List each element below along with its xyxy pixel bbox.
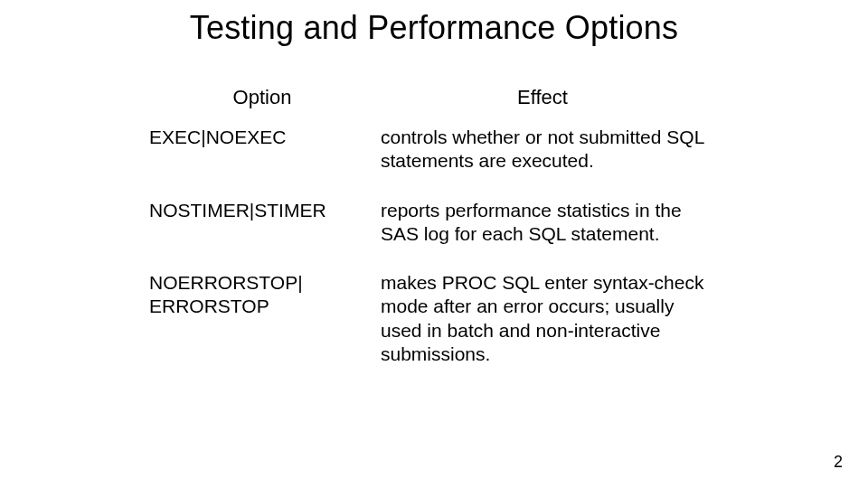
cell-option: NOSTIMER|STIMER <box>149 199 381 222</box>
cell-option: EXEC|NOEXEC <box>149 126 381 149</box>
cell-effect: makes PROC SQL enter syntax-check mode a… <box>381 271 710 366</box>
table-header-row: Option Effect <box>149 86 710 109</box>
cell-effect: controls whether or not submitted SQL st… <box>381 126 710 174</box>
cell-effect: reports performance statistics in the SA… <box>381 199 710 247</box>
header-option: Option <box>149 86 375 109</box>
slide: Testing and Performance Options Option E… <box>0 0 868 488</box>
table-row: NOERRORSTOP| ERRORSTOP makes PROC SQL en… <box>149 271 710 366</box>
table-row: EXEC|NOEXEC controls whether or not subm… <box>149 126 710 174</box>
options-table: Option Effect EXEC|NOEXEC controls wheth… <box>149 86 710 391</box>
page-number: 2 <box>834 453 843 472</box>
cell-option: NOERRORSTOP| ERRORSTOP <box>149 271 381 319</box>
table-row: NOSTIMER|STIMER reports performance stat… <box>149 199 710 247</box>
header-effect: Effect <box>375 86 710 109</box>
page-title: Testing and Performance Options <box>0 9 868 47</box>
